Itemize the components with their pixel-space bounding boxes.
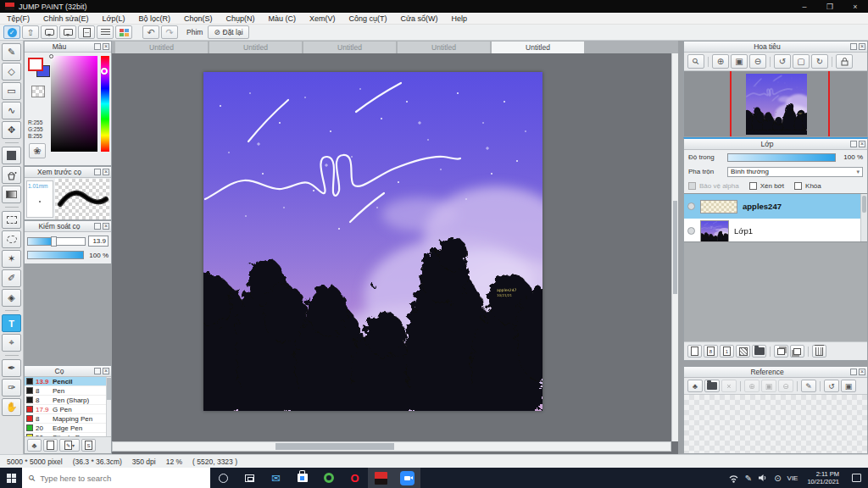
minimize-button[interactable]: – — [792, 0, 817, 13]
document-button[interactable] — [78, 25, 95, 39]
comment-button[interactable] — [41, 25, 58, 39]
layer-list-scrollbar[interactable] — [860, 194, 867, 241]
brush-size-value[interactable]: 13.9 — [88, 236, 108, 247]
brush-row[interactable]: 8Mapping Pen — [25, 414, 111, 424]
canvas-document[interactable] — [203, 72, 542, 411]
popout-icon[interactable] — [850, 369, 857, 375]
visibility-toggle-icon[interactable] — [687, 202, 695, 210]
new-1bit-layer-button[interactable]: 1 — [720, 345, 734, 358]
layer-row-lop1[interactable]: Lớp1 — [684, 219, 867, 243]
popout-icon[interactable] — [850, 43, 857, 50]
reset-rotation-button[interactable]: ▢ — [793, 54, 810, 69]
message-button[interactable] — [59, 25, 76, 39]
menu-file[interactable]: Tệp(F) — [0, 14, 36, 23]
menu-tools[interactable]: Công cụ(T) — [342, 14, 394, 23]
sync-button[interactable]: ✓ — [3, 25, 20, 39]
eraser-tool[interactable]: ◇ — [2, 63, 21, 80]
shape-fill-tool[interactable] — [2, 147, 21, 164]
layer-opacity-slider[interactable] — [727, 153, 836, 162]
brush-cloud-button[interactable]: ♣ — [27, 439, 42, 452]
new-folder-button[interactable] — [752, 345, 766, 358]
menu-window[interactable]: Cửa sổ(W) — [394, 14, 445, 23]
pen-tool[interactable]: ✑ — [2, 379, 21, 396]
text-tool[interactable]: T — [2, 314, 21, 332]
ref-fit-button[interactable]: ▣ — [761, 380, 776, 392]
tab-untitled-4[interactable]: Untitled — [397, 41, 491, 53]
taskbar-clock[interactable]: 2:11 PM 10/21/2021 — [804, 470, 843, 485]
zoom-reset-button[interactable]: ⚲ — [687, 54, 704, 69]
horizontal-scrollbar-thumb[interactable] — [275, 443, 394, 450]
menu-view[interactable]: Xem(V) — [303, 14, 342, 23]
brush-list-scrollbar[interactable] — [106, 377, 111, 436]
brush-row[interactable]: 8Pen (Sharp) — [25, 396, 111, 405]
ref-rotate-button[interactable]: ↺ — [824, 380, 839, 392]
eyedropper-tool[interactable]: ✒ — [2, 359, 21, 377]
reference-preview-area[interactable] — [684, 395, 867, 453]
maximize-button[interactable]: ❐ — [817, 0, 843, 13]
saturation-value-picker[interactable] — [51, 56, 97, 152]
wifi-icon[interactable] — [728, 474, 739, 483]
delete-layer-button[interactable] — [812, 345, 826, 358]
brush-row[interactable]: 8Pen — [25, 386, 111, 396]
halftone-layer-button[interactable] — [736, 345, 750, 358]
rotate-left-button[interactable]: ↺ — [774, 54, 791, 69]
brush-row[interactable]: 17.9G Pen — [25, 405, 111, 414]
magic-wand-tool[interactable]: ✶ — [2, 250, 21, 268]
search-input[interactable] — [40, 474, 184, 483]
popout-icon[interactable] — [94, 43, 101, 50]
redo-button[interactable]: ↷ — [161, 25, 178, 39]
brush-size-slider[interactable] — [27, 237, 86, 246]
transform-tool[interactable]: ⌖ — [2, 334, 21, 352]
close-icon[interactable]: × — [103, 43, 109, 50]
horizontal-scrollbar[interactable] — [112, 441, 671, 452]
rotate-right-button[interactable]: ↻ — [811, 54, 828, 69]
clipping-checkbox[interactable] — [749, 182, 757, 190]
gradient-tool[interactable] — [2, 186, 21, 203]
gallery-button[interactable] — [115, 25, 132, 39]
popout-icon[interactable] — [94, 223, 101, 230]
taskbar-search[interactable]: ⚲ — [22, 468, 210, 488]
new-8bit-layer-button[interactable]: 8 — [704, 345, 718, 358]
lock-checkbox[interactable] — [794, 182, 802, 190]
new-layer-button[interactable] — [687, 345, 702, 358]
brush-tool[interactable]: ✎ — [2, 43, 21, 61]
close-icon[interactable]: × — [859, 43, 865, 50]
merge-layer-button[interactable] — [790, 345, 804, 358]
canvas-viewport[interactable] — [112, 53, 671, 441]
action-center-icon[interactable] — [852, 474, 861, 482]
edit-brush-button[interactable]: ✎▾ — [59, 439, 80, 452]
rectangle-tool[interactable]: ▭ — [2, 82, 21, 100]
select-pen-tool[interactable]: ✐ — [2, 269, 21, 287]
hue-bar[interactable] — [101, 56, 109, 152]
brush-row[interactable]: 50Stipple Pen — [25, 433, 111, 436]
curve-tool[interactable]: ∿ — [2, 102, 21, 119]
vertical-scrollbar-thumb[interactable] — [673, 201, 677, 294]
move-tool[interactable]: ✥ — [2, 121, 21, 139]
brush-row[interactable]: 20Edge Pen — [25, 424, 111, 433]
taskbar-cortana[interactable] — [210, 468, 236, 488]
tab-untitled-5-active[interactable]: Untitled — [491, 41, 585, 53]
language-indicator[interactable]: VIE — [787, 474, 798, 482]
clear-reference-button[interactable]: × — [721, 380, 737, 392]
brush-row[interactable]: 13.9Pencil — [25, 377, 111, 386]
taskbar-jump-paint[interactable] — [368, 468, 394, 488]
tab-untitled-1[interactable]: Untitled — [114, 41, 209, 53]
close-icon[interactable]: × — [103, 169, 109, 175]
taskbar-mail[interactable]: ✉ — [263, 468, 289, 488]
close-icon[interactable]: × — [859, 369, 865, 375]
start-button[interactable] — [0, 468, 22, 488]
add-brush-button[interactable] — [43, 439, 58, 452]
menu-help[interactable]: Help — [445, 14, 475, 23]
menu-capture[interactable]: Chụp(N) — [220, 14, 262, 23]
duplicate-layer-button[interactable] — [774, 345, 788, 358]
taskbar-zoom-app[interactable] — [394, 468, 420, 488]
hand-tool[interactable]: ✋ — [2, 398, 21, 416]
ref-zoom-out-button[interactable]: ⊖ — [778, 380, 793, 392]
visibility-toggle-icon[interactable] — [687, 227, 695, 235]
script-brush-button[interactable]: S — [81, 439, 96, 452]
transparent-swatch[interactable] — [31, 86, 45, 97]
menu-select[interactable]: Chọn(S) — [177, 14, 220, 23]
ref-crop-button[interactable]: ▣ — [841, 380, 856, 392]
ref-zoom-in-button[interactable]: ⊕ — [744, 380, 760, 392]
bucket-tool[interactable] — [2, 166, 21, 184]
